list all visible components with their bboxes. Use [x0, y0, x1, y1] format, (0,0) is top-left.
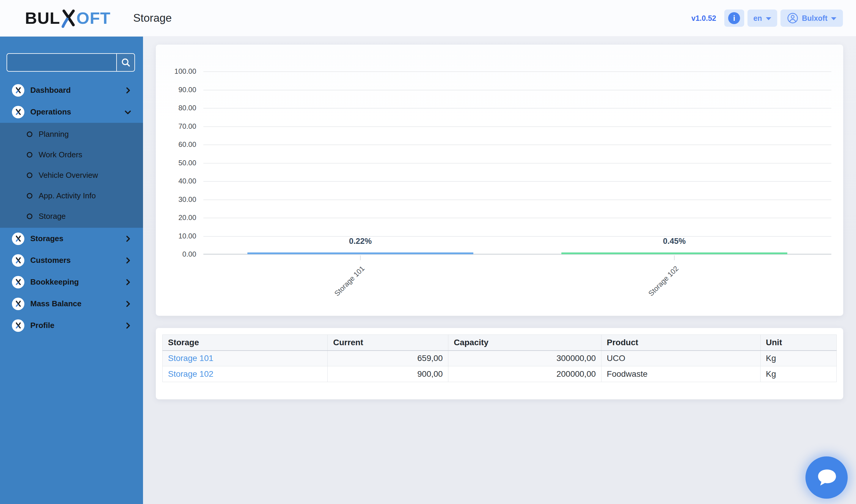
sidebar-search	[6, 53, 135, 72]
table-header-row: Storage Current Capacity Product Unit	[163, 335, 837, 350]
sidebar-item-label: Storages	[30, 234, 123, 243]
circle-bullet-icon	[27, 193, 32, 199]
gridline	[203, 90, 831, 90]
sidebar-item-dashboard[interactable]: Dashboard	[0, 79, 143, 101]
circle-bullet-icon	[27, 214, 32, 219]
cell-storage: Storage 102	[163, 366, 328, 382]
chevron-right-icon	[123, 300, 132, 308]
cell-unit: Kg	[760, 366, 836, 382]
search-icon	[121, 57, 131, 68]
chat-fab-button[interactable]	[805, 456, 848, 499]
bar-value-label: 0.45%	[663, 237, 686, 246]
y-tick-label: 100.00	[175, 67, 196, 75]
sidebar-item-customers[interactable]: Customers	[0, 250, 143, 271]
cell-product: Foodwaste	[601, 366, 760, 382]
sidebar-subitem-storage[interactable]: Storage	[0, 206, 143, 227]
search-button[interactable]	[116, 54, 135, 71]
sidebar-nav: Dashboard Operations	[0, 79, 143, 336]
sidebar-subitem-label: Storage	[39, 212, 66, 221]
storage-table-card: Storage Current Capacity Product Unit St…	[156, 328, 843, 399]
y-tick-label: 30.00	[178, 195, 196, 204]
page-title: Storage	[133, 12, 172, 24]
sidebar-item-bookkeeping[interactable]: Bookkeeping	[0, 271, 143, 293]
chevron-right-icon	[123, 234, 132, 243]
bar-storage-102[interactable]	[561, 252, 787, 254]
x-category-label: Storage 101	[333, 264, 366, 298]
bar-value-label: 0.22%	[349, 237, 372, 246]
chevron-down-icon	[123, 108, 132, 116]
brand-logo[interactable]: BUL OFT	[25, 7, 111, 29]
bulxoft-x-icon	[12, 254, 24, 267]
column-header-unit: Unit	[760, 335, 836, 350]
sidebar-item-label: Profile	[30, 321, 123, 330]
user-menu-dropdown[interactable]: Bulxoft	[781, 10, 843, 27]
app-version: v1.0.52	[691, 14, 716, 23]
gridline	[203, 163, 831, 164]
storage-table: Storage Current Capacity Product Unit St…	[162, 335, 837, 382]
y-tick-label: 70.00	[178, 122, 196, 130]
table-row: Storage 102 900,00 200000,00 Foodwaste K…	[163, 366, 837, 382]
y-tick-label: 50.00	[178, 159, 196, 167]
cell-unit: Kg	[760, 350, 836, 366]
chevron-down-icon	[831, 17, 836, 20]
circle-bullet-icon	[27, 152, 32, 158]
sidebar: Dashboard Operations	[0, 37, 143, 504]
bulxoft-x-icon	[12, 298, 24, 310]
y-tick-label: 80.00	[178, 104, 196, 112]
sidebar-item-label: Customers	[30, 256, 123, 265]
column-header-storage: Storage	[163, 335, 328, 350]
app-root: BUL OFT Storage v1.0.52 i en	[0, 0, 856, 504]
language-label: en	[753, 14, 762, 23]
sidebar-item-label: Dashboard	[30, 86, 123, 95]
gridline	[203, 126, 831, 127]
header-actions: v1.0.52 i en Bulxoft	[691, 10, 843, 27]
circle-bullet-icon	[27, 131, 32, 137]
sidebar-subitem-planning[interactable]: Planning	[0, 124, 143, 145]
sidebar-subitem-app-activity-info[interactable]: App. Activity Info	[0, 185, 143, 206]
gridline	[203, 71, 831, 72]
cell-current: 900,00	[328, 366, 448, 382]
search-input[interactable]	[7, 54, 116, 71]
bulxoft-x-icon	[12, 233, 24, 245]
language-dropdown[interactable]: en	[748, 10, 777, 27]
sidebar-item-mass-balance[interactable]: Mass Balance	[0, 293, 143, 314]
chevron-right-icon	[123, 256, 132, 265]
info-button[interactable]: i	[724, 10, 744, 27]
logo-text-bul: BUL	[25, 10, 60, 26]
gridline	[203, 199, 831, 200]
sidebar-subitem-label: Vehicle Overview	[39, 171, 98, 180]
storage-101-link[interactable]: Storage 101	[168, 354, 213, 363]
content-row: Dashboard Operations	[0, 37, 856, 504]
sidebar-subitem-label: Planning	[39, 130, 69, 139]
storage-fill-chart-card: 100.0090.0080.0070.0060.0050.0040.0030.0…	[156, 44, 843, 316]
y-tick-label: 40.00	[178, 177, 196, 185]
sidebar-item-storages[interactable]: Storages	[0, 228, 143, 250]
logo-text-oft: OFT	[76, 10, 111, 26]
gridline	[203, 108, 831, 109]
bulxoft-x-icon	[12, 106, 24, 118]
sidebar-item-operations[interactable]: Operations	[0, 101, 143, 123]
bar-chart: 100.0090.0080.0070.0060.0050.0040.0030.0…	[203, 71, 831, 254]
bar-storage-101[interactable]	[247, 252, 473, 254]
sidebar-subitem-label: Work Orders	[39, 150, 82, 159]
storage-102-link[interactable]: Storage 102	[168, 369, 213, 379]
person-icon	[787, 13, 798, 24]
column-header-product: Product	[601, 335, 760, 350]
circle-bullet-icon	[27, 173, 32, 178]
sidebar-item-profile[interactable]: Profile	[0, 314, 143, 336]
main-content: 100.0090.0080.0070.0060.0050.0040.0030.0…	[143, 37, 856, 504]
table-row: Storage 101 659,00 300000,00 UCO Kg	[163, 350, 837, 366]
gridline	[203, 145, 831, 145]
info-icon: i	[728, 12, 740, 24]
chevron-right-icon	[123, 278, 132, 287]
x-category-label: Storage 102	[647, 264, 680, 298]
bar-chart-plot: 100.0090.0080.0070.0060.0050.0040.0030.0…	[203, 71, 831, 254]
gridline	[203, 236, 831, 237]
top-header: BUL OFT Storage v1.0.52 i en	[0, 0, 856, 37]
sidebar-subitem-work-orders[interactable]: Work Orders	[0, 145, 143, 165]
sidebar-subitem-vehicle-overview[interactable]: Vehicle Overview	[0, 165, 143, 185]
sidebar-subitem-label: App. Activity Info	[39, 191, 96, 200]
column-header-current: Current	[328, 335, 448, 350]
y-tick-label: 60.00	[178, 140, 196, 149]
cell-current: 659,00	[328, 350, 448, 366]
